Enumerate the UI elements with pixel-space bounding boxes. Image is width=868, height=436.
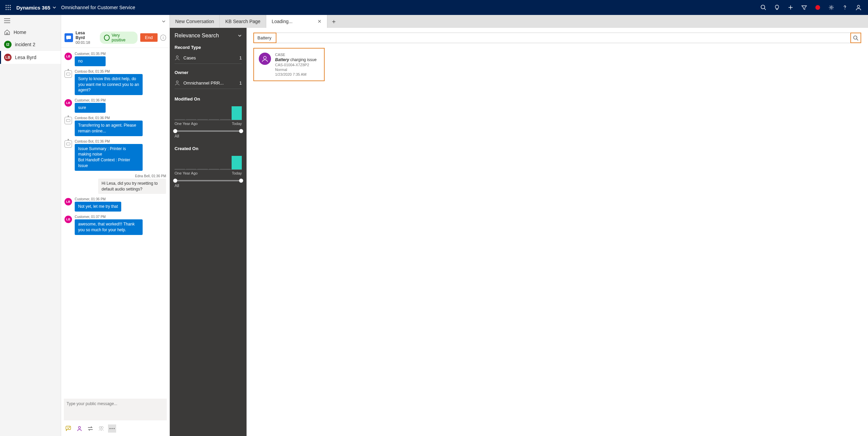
- svg-point-25: [264, 56, 266, 59]
- tab-add-button[interactable]: ＋: [327, 15, 340, 28]
- svg-point-23: [854, 36, 857, 39]
- message-meta: Edna Bell, 01:36 PM: [98, 174, 166, 178]
- chat-message: LBCustomer, 01:36 PMNot yet, let me try …: [65, 197, 166, 212]
- filter-count: 1: [239, 80, 242, 86]
- svg-point-15: [78, 426, 80, 429]
- transfer-icon[interactable]: [86, 424, 94, 433]
- nav-session-lesa[interactable]: LB Lesa Byrd: [0, 51, 61, 64]
- sentiment-pill: Very positive: [100, 32, 138, 44]
- chart-axis: One Year Ago Today: [175, 122, 242, 126]
- message-bubble: awesome, that worked!!! Thank you so muc…: [75, 219, 143, 235]
- result-date: 1/23/2020 7:35 AM: [275, 72, 317, 76]
- chat-input[interactable]: [67, 401, 164, 417]
- created-date-slider[interactable]: [175, 180, 242, 181]
- message-meta: Customer, 01:37 PM: [75, 215, 143, 219]
- more-icon[interactable]: [108, 424, 116, 433]
- message-meta: Contoso Bot, 01:36 PM: [75, 116, 143, 120]
- incident-badge: I2: [4, 41, 12, 48]
- chart-axis: One Year Ago Today: [175, 171, 242, 175]
- filter-owner[interactable]: Omnichannel PRR... 1: [175, 77, 242, 89]
- svg-point-19: [112, 428, 113, 429]
- svg-point-11: [831, 7, 832, 8]
- svg-point-21: [176, 56, 178, 58]
- chat-message: LBCustomer, 01:36 PMsure: [65, 98, 166, 113]
- chevron-down-icon[interactable]: [238, 34, 242, 38]
- add-icon[interactable]: [784, 0, 797, 15]
- app-launcher-icon[interactable]: [3, 2, 14, 13]
- message-bubble: Issue Summary : Printer is making noise …: [75, 144, 143, 171]
- tab-new-conversation[interactable]: New Conversation: [170, 15, 220, 28]
- message-bubble: no: [75, 56, 106, 66]
- chat-timer: 00:01:18: [76, 40, 94, 45]
- svg-line-10: [764, 8, 766, 10]
- chat-message: Contoso Bot, 01:36 PMIssue Summary : Pri…: [65, 140, 166, 171]
- search-button[interactable]: [850, 33, 861, 43]
- tab-label: New Conversation: [175, 19, 214, 24]
- consult-icon[interactable]: [75, 424, 84, 433]
- svg-rect-14: [66, 426, 71, 430]
- search-result-card[interactable]: CASE Battery charging issue CAS-01004-X7…: [253, 48, 325, 81]
- result-avatar-icon: [259, 53, 271, 65]
- breadcrumb-dropdown[interactable]: [61, 15, 170, 28]
- tab-kb-search[interactable]: KB Search Page: [220, 15, 266, 28]
- settings-icon[interactable]: [825, 0, 838, 15]
- close-icon[interactable]: ✕: [318, 19, 322, 24]
- nav-home[interactable]: Home: [0, 26, 61, 38]
- svg-point-16: [99, 426, 101, 429]
- chat-message: LBCustomer, 01:35 PMno: [65, 52, 166, 66]
- message-bubble: sure: [75, 103, 106, 113]
- quick-reply-icon[interactable]: [65, 424, 73, 433]
- hamburger-icon[interactable]: [0, 15, 61, 26]
- search-bar: Battery: [253, 33, 861, 43]
- end-button[interactable]: End: [140, 33, 158, 42]
- slider-all-label: All: [175, 134, 242, 139]
- filter-icon[interactable]: [797, 0, 811, 15]
- info-icon[interactable]: i: [160, 35, 166, 41]
- chat-header: Lesa Byrd 00:01:18 Very positive End i: [61, 28, 169, 48]
- chevron-down-icon: [161, 19, 166, 24]
- svg-point-1: [8, 5, 9, 6]
- message-meta: Customer, 01:35 PM: [75, 52, 106, 56]
- tab-loading[interactable]: Loading... ✕: [266, 15, 327, 28]
- search-results-panel: Battery CASE Battery charging issue CAS-…: [247, 28, 868, 436]
- svg-rect-13: [66, 36, 71, 39]
- search-input-highlight: Battery: [253, 33, 276, 43]
- message-meta: Customer, 01:36 PM: [75, 197, 121, 201]
- chevron-down-icon: [52, 5, 56, 10]
- svg-point-22: [176, 81, 178, 83]
- axis-left: One Year Ago: [175, 171, 198, 175]
- filter-cases[interactable]: Cases 1: [175, 52, 242, 64]
- customer-avatar: LB: [65, 53, 72, 60]
- bot-avatar-icon: [65, 117, 72, 124]
- search-query[interactable]: Battery: [257, 35, 271, 40]
- notes-icon[interactable]: [97, 424, 105, 433]
- bot-avatar-icon: [65, 140, 72, 148]
- message-bubble: Sorry to know this didnt help, do you wa…: [75, 74, 143, 95]
- search-icon[interactable]: [757, 0, 770, 15]
- customer-avatar: LB: [65, 216, 72, 223]
- relevance-search-panel: Relevance Search Record Type Cases 1 Own…: [170, 28, 247, 436]
- presence-indicator[interactable]: [811, 0, 825, 15]
- user-icon[interactable]: [852, 0, 865, 15]
- person-icon: [175, 80, 180, 86]
- help-icon[interactable]: [838, 0, 852, 15]
- axis-right: Today: [232, 171, 242, 175]
- modified-date-slider[interactable]: [175, 130, 242, 132]
- nav-incident[interactable]: I2 incident 2: [0, 38, 61, 51]
- svg-point-20: [114, 428, 115, 429]
- modified-on-header: Modified On: [175, 96, 242, 102]
- filter-label: Cases: [183, 55, 196, 60]
- app-name-dropdown[interactable]: Dynamics 365: [16, 5, 56, 11]
- record-type-header: Record Type: [175, 45, 242, 50]
- svg-point-9: [761, 5, 765, 9]
- svg-point-0: [6, 5, 7, 6]
- search-icon: [853, 35, 858, 41]
- search-input-field[interactable]: [276, 33, 850, 43]
- chat-message: Contoso Bot, 01:35 PMSorry to know this …: [65, 70, 166, 95]
- lightbulb-icon[interactable]: [770, 0, 784, 15]
- customer-avatar: LB: [65, 99, 72, 107]
- result-type: CASE: [275, 53, 317, 57]
- chat-message-list: LBCustomer, 01:35 PMnoContoso Bot, 01:35…: [61, 48, 169, 396]
- svg-line-24: [857, 39, 858, 40]
- chat-message: LBCustomer, 01:37 PMawesome, that worked…: [65, 215, 166, 235]
